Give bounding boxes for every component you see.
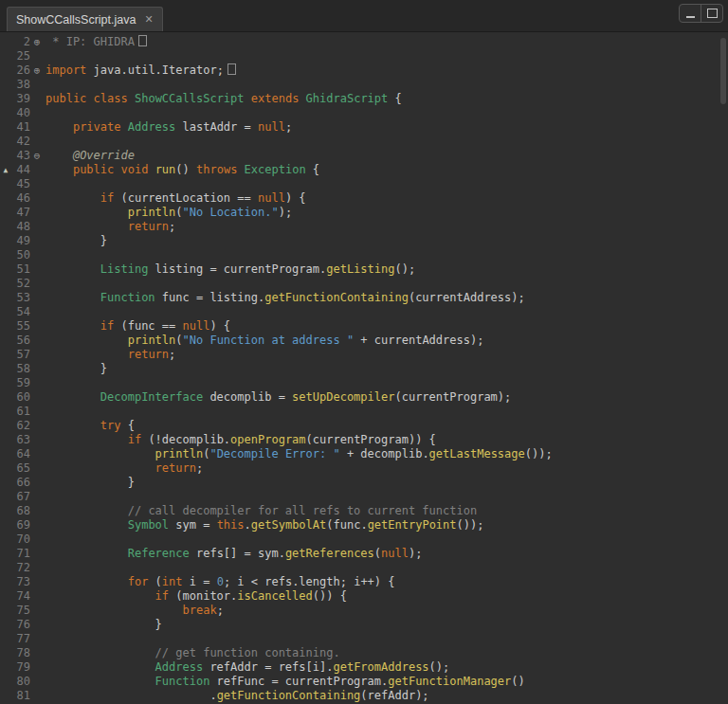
marker-column (0, 504, 11, 518)
code-segment: sym = (169, 518, 217, 532)
code-text (44, 277, 728, 291)
marker-column (0, 419, 11, 433)
code-line[interactable]: 76 } (0, 618, 728, 632)
code-line[interactable]: 45 (0, 177, 728, 191)
code-segment: ( (374, 547, 381, 560)
fold-toggle-icon[interactable]: ⊖ (30, 149, 44, 163)
line-number: 71 (11, 547, 30, 561)
code-line[interactable]: 26⊕import java.util.Iterator; (0, 63, 728, 78)
scrollbar-thumb[interactable] (720, 38, 726, 104)
maximize-button[interactable] (701, 5, 722, 22)
code-line[interactable]: 2⊕ * IP: GHIDRA (0, 35, 728, 49)
marker-column (0, 547, 11, 561)
line-number: 69 (11, 518, 30, 533)
code-line[interactable]: 61 (0, 405, 728, 419)
fold-toggle-icon[interactable]: ⊕ (30, 63, 44, 78)
code-line[interactable]: 73 for (int i = 0; i < refs.length; i++)… (0, 575, 728, 589)
code-line[interactable]: 41 private Address lastAddr = null; (0, 120, 728, 135)
code-line[interactable]: 52 (0, 277, 728, 291)
code-line[interactable]: 55 if (func == null) { (0, 319, 728, 334)
marker-column (0, 348, 11, 362)
line-number: 42 (11, 135, 30, 149)
code-segment: getLastMessage (429, 447, 525, 460)
code-line[interactable]: 66 } (0, 476, 728, 490)
code-line[interactable]: 46 if (currentLocation == null) { (0, 191, 728, 206)
code-line[interactable]: 25 (0, 49, 728, 63)
code-line[interactable]: 60 DecompInterface decomplib = setUpDeco… (0, 390, 728, 405)
minimize-button[interactable] (680, 5, 701, 22)
code-segment (245, 92, 251, 105)
code-line[interactable]: 56 println("No Function at address " + c… (0, 334, 728, 348)
line-number: 70 (11, 533, 30, 547)
code-segment: ( (148, 575, 161, 588)
code-line[interactable]: 49 } (0, 234, 728, 248)
fold-column (30, 220, 44, 234)
line-number: 72 (11, 561, 30, 575)
code-text: DecompInterface decomplib = setUpDecompi… (44, 390, 728, 405)
code-line[interactable]: ▲44 public void run() throws Exception { (0, 163, 728, 177)
code-segment (148, 163, 155, 176)
code-line[interactable]: 39public class ShowCCallsScript extends … (0, 92, 728, 106)
code-line[interactable]: 62 try { (0, 419, 728, 433)
code-segment: if (155, 589, 169, 603)
marker-column (0, 35, 11, 49)
line-number: 26 (11, 63, 30, 78)
code-line[interactable]: 57 return; (0, 348, 728, 362)
line-number: 67 (11, 490, 30, 504)
code-line[interactable]: 53 Function func = listing.getFunctionCo… (0, 291, 728, 305)
marker-column (0, 533, 11, 547)
code-line[interactable]: 51 Listing listing = currentProgram.getL… (0, 262, 728, 277)
marker-column (0, 78, 11, 92)
code-line[interactable]: 48 return; (0, 220, 728, 234)
code-line[interactable]: 43⊖ @Override (0, 149, 728, 163)
code-text: import java.util.Iterator; (44, 63, 728, 78)
code-line[interactable]: 80 Function refFunc = currentProgram.get… (0, 675, 728, 689)
code-segment (46, 447, 155, 460)
code-line[interactable]: 42 (0, 135, 728, 149)
marker-column (0, 248, 11, 262)
code-segment: @Override (73, 149, 135, 162)
line-number: 79 (11, 660, 30, 675)
code-segment: (refAddr); (360, 689, 428, 702)
collapsed-region-box[interactable] (138, 35, 147, 46)
marker-column (0, 518, 11, 533)
code-area: 2⊕ * IP: GHIDRA2526⊕import java.util.Ite… (0, 35, 728, 703)
code-text: break; (44, 604, 728, 618)
code-line[interactable]: 67 (0, 490, 728, 504)
code-segment (46, 504, 128, 517)
code-line[interactable]: 77 (0, 632, 728, 646)
code-line[interactable]: 64 println("Decompile Error: " + decompl… (0, 447, 728, 461)
code-line[interactable]: 59 (0, 376, 728, 390)
code-line[interactable]: 74 if (monitor.isCancelled()) { (0, 589, 728, 604)
code-line[interactable]: 65 return; (0, 461, 728, 476)
code-line[interactable]: 81 .getFunctionContaining(refAddr); (0, 689, 728, 703)
code-line[interactable]: 38 (0, 78, 728, 92)
code-line[interactable]: 47 println("No Location."); (0, 206, 728, 220)
code-line[interactable]: 58 } (0, 362, 728, 376)
code-line[interactable]: 71 Reference refs[] = sym.getReferences(… (0, 547, 728, 561)
fold-column (30, 376, 44, 390)
tab-close-icon[interactable]: ✕ (144, 13, 153, 26)
fold-toggle-icon[interactable]: ⊕ (30, 35, 44, 49)
code-line[interactable]: 78 // get function containing. (0, 646, 728, 660)
code-line[interactable]: 63 if (!decomplib.openProgram(currentPro… (0, 433, 728, 447)
code-line[interactable]: 79 Address refAddr = refs[i].getFromAddr… (0, 660, 728, 675)
code-line[interactable]: 72 (0, 561, 728, 575)
line-number: 52 (11, 277, 30, 291)
editor-tab[interactable]: ShowCCallsScript.java ✕ (7, 7, 163, 31)
code-line[interactable]: 70 (0, 533, 728, 547)
code-line[interactable]: 75 break; (0, 604, 728, 618)
line-number: 50 (11, 248, 30, 262)
code-line[interactable]: 40 (0, 106, 728, 120)
line-number: 38 (11, 78, 30, 92)
code-segment: import (46, 63, 86, 77)
code-line[interactable]: 68 // call decompiler for all refs to cu… (0, 504, 728, 518)
code-line[interactable]: 54 (0, 305, 728, 319)
code-segment (46, 163, 73, 176)
code-editor[interactable]: 2⊕ * IP: GHIDRA2526⊕import java.util.Ite… (0, 32, 728, 704)
code-segment: ()); (457, 518, 484, 532)
code-text: // get function containing. (44, 646, 728, 660)
code-line[interactable]: 50 (0, 248, 728, 262)
code-line[interactable]: 69 Symbol sym = this.getSymbolAt(func.ge… (0, 518, 728, 533)
collapsed-region-box[interactable] (228, 63, 236, 75)
